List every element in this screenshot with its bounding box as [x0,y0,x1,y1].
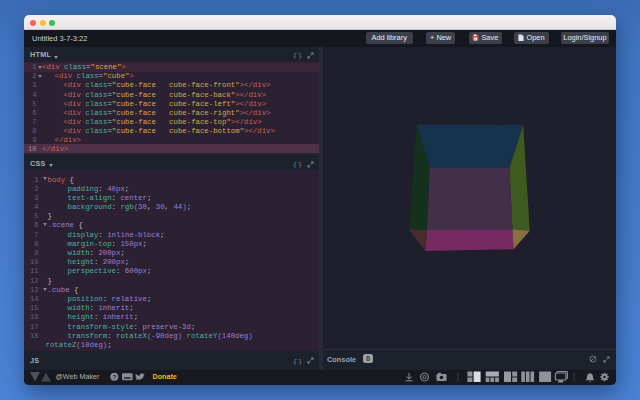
svg-text:{}: {} [293,357,303,365]
svg-text:{}: {} [293,52,303,60]
svg-text:?: ? [112,373,116,380]
svg-text:{}: {} [293,160,303,168]
